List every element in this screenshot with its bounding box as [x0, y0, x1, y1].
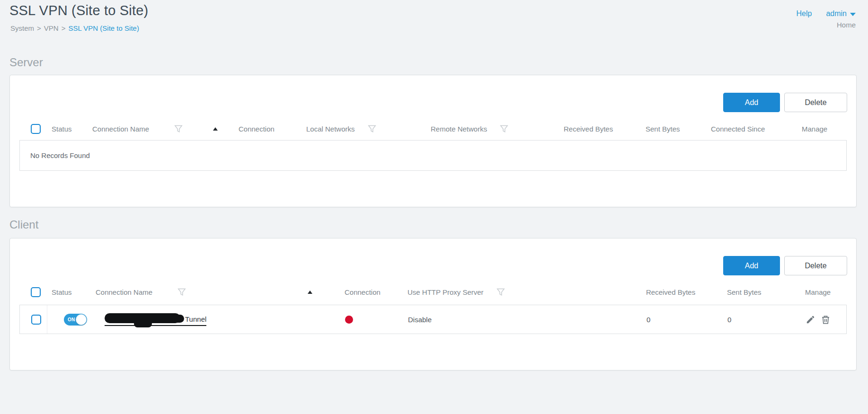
column-label: Received Bytes — [564, 125, 613, 133]
server-col-header-local-networks[interactable]: Local Networks — [301, 117, 419, 141]
column-label: Connection Name — [96, 288, 152, 296]
no-records-text: No Records Found — [30, 151, 90, 159]
server-col-header-manage: Manage — [786, 117, 847, 141]
sort-asc-icon[interactable] — [308, 291, 312, 294]
row-checkbox[interactable] — [31, 315, 41, 325]
column-label: Remote Networks — [431, 125, 487, 133]
sent-bytes-value: 0 — [727, 316, 731, 324]
proxy-value: Disable — [408, 316, 432, 324]
row-connection-name-cell: Tunnel — [92, 305, 339, 334]
client-table-row: ON Tunnel Disable 0 0 — [19, 305, 847, 334]
filter-icon[interactable] — [496, 287, 505, 297]
server-col-header-status[interactable]: Status — [47, 117, 89, 141]
filter-icon[interactable] — [177, 287, 186, 297]
server-section-title: Server — [9, 56, 43, 69]
disconnected-status-icon — [345, 316, 353, 324]
server-actions: Add Delete — [723, 93, 847, 112]
home-label: Home — [837, 21, 856, 29]
filter-icon[interactable] — [499, 124, 509, 133]
client-col-header-manage: Manage — [791, 280, 847, 304]
edit-icon[interactable] — [806, 315, 815, 325]
server-card: Add Delete Status Connection Name Connec… — [9, 75, 857, 207]
server-header-checkbox-cell — [19, 117, 47, 141]
client-section-title: Client — [9, 218, 38, 231]
delete-icon[interactable] — [821, 315, 831, 325]
client-add-button[interactable]: Add — [723, 256, 780, 275]
user-menu-label: admin — [826, 9, 847, 18]
toggle-knob — [76, 314, 87, 325]
breadcrumb: System > VPN > SSL VPN (Site to Site) — [10, 24, 139, 32]
row-checkbox-cell — [20, 305, 47, 334]
client-col-header-received-bytes[interactable]: Received Bytes — [639, 280, 722, 304]
user-menu[interactable]: admin — [826, 9, 856, 18]
breadcrumb-vpn[interactable]: VPN — [44, 24, 59, 32]
column-label: Connected Since — [711, 125, 765, 133]
server-col-header-connection-name[interactable]: Connection Name — [89, 117, 225, 141]
server-col-header-received-bytes[interactable]: Received Bytes — [549, 117, 637, 141]
client-col-header-sent-bytes[interactable]: Sent Bytes — [722, 280, 791, 304]
column-label: Status — [52, 288, 72, 296]
column-label: Connection — [345, 288, 381, 296]
toggle-label: ON — [68, 317, 75, 322]
breadcrumb-separator: > — [37, 24, 41, 32]
page-title: SSL VPN (Site to Site) — [9, 3, 148, 18]
breadcrumb-separator: > — [62, 24, 66, 32]
row-manage-cell — [791, 305, 846, 334]
breadcrumb-system[interactable]: System — [10, 24, 34, 32]
client-table-header: Status Connection Name Connection Use HT… — [19, 280, 847, 304]
column-label: Status — [52, 125, 72, 133]
row-proxy-cell: Disable — [403, 305, 640, 334]
client-col-header-proxy[interactable]: Use HTTP Proxy Server — [403, 280, 639, 304]
client-col-header-status[interactable]: Status — [47, 280, 92, 304]
filter-icon[interactable] — [367, 124, 377, 133]
server-table-header: Status Connection Name Connection Local … — [19, 117, 847, 141]
sort-asc-icon[interactable] — [213, 127, 218, 131]
server-empty-row: No Records Found — [19, 140, 847, 171]
client-header-checkbox-cell — [19, 280, 47, 304]
column-label: Connection Name — [92, 125, 149, 133]
server-add-button[interactable]: Add — [723, 93, 780, 112]
filter-icon[interactable] — [174, 124, 183, 133]
client-card: Add Delete Status Connection Name Connec… — [9, 238, 857, 370]
received-bytes-value: 0 — [647, 316, 650, 324]
server-select-all-checkbox[interactable] — [31, 124, 41, 134]
column-label: Sent Bytes — [727, 288, 762, 296]
help-link[interactable]: Help — [797, 9, 812, 18]
server-col-header-sent-bytes[interactable]: Sent Bytes — [637, 117, 701, 141]
status-toggle-on[interactable]: ON — [64, 314, 87, 326]
column-label: Connection — [239, 125, 275, 133]
row-status-cell: ON — [47, 305, 92, 334]
client-delete-button[interactable]: Delete — [784, 256, 847, 275]
column-label: Use HTTP Proxy Server — [407, 288, 484, 296]
server-col-header-connected-since[interactable]: Connected Since — [701, 117, 786, 141]
breadcrumb-current[interactable]: SSL VPN (Site to Site) — [68, 24, 139, 32]
top-nav: Help admin — [797, 9, 856, 18]
client-col-header-connection[interactable]: Connection — [339, 280, 403, 304]
server-col-header-connection[interactable]: Connection — [225, 117, 301, 141]
connection-name-text: Tunnel — [185, 315, 206, 323]
row-sent-bytes-cell: 0 — [723, 305, 791, 334]
column-label: Local Networks — [306, 125, 355, 133]
column-label: Manage — [805, 288, 831, 296]
redacted-name — [105, 313, 180, 323]
row-received-bytes-cell: 0 — [640, 305, 723, 334]
column-label: Received Bytes — [646, 288, 695, 296]
client-col-header-connection-name[interactable]: Connection Name — [92, 280, 339, 304]
column-label: Sent Bytes — [646, 125, 680, 133]
chevron-down-icon — [850, 13, 856, 16]
client-actions: Add Delete — [723, 256, 847, 275]
column-label: Manage — [802, 125, 827, 133]
server-col-header-remote-networks[interactable]: Remote Networks — [419, 117, 549, 141]
server-delete-button[interactable]: Delete — [784, 93, 847, 112]
connection-name-link[interactable]: Tunnel — [105, 313, 206, 326]
client-select-all-checkbox[interactable] — [31, 287, 41, 297]
row-connection-status-cell — [339, 305, 403, 334]
